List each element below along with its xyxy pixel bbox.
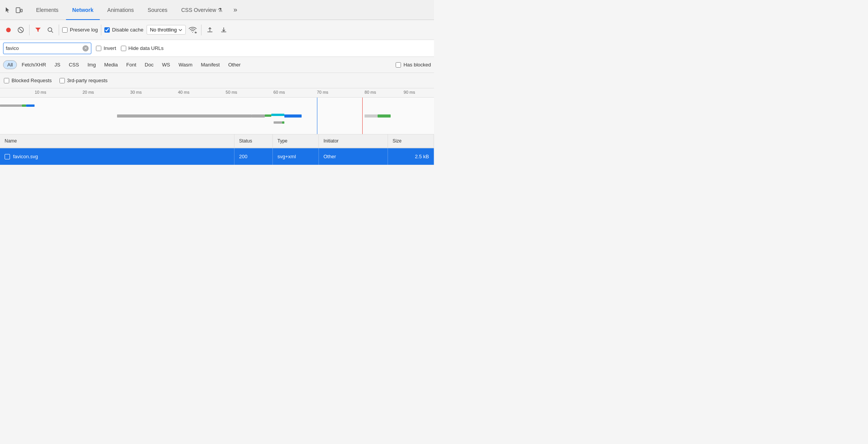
- divider-3: [101, 25, 101, 35]
- filter-ws[interactable]: WS: [158, 61, 174, 69]
- filter-manifest[interactable]: Manifest: [197, 61, 223, 69]
- hide-data-urls-checkbox[interactable]: [121, 46, 126, 51]
- invert-checkbox[interactable]: [96, 46, 101, 51]
- disable-cache-checkbox[interactable]: [104, 27, 110, 33]
- preserve-log-label[interactable]: Preserve log: [62, 27, 98, 33]
- timeline-bar-2: [22, 104, 26, 107]
- blocked-requests-checkbox[interactable]: [4, 78, 9, 83]
- filter-button[interactable]: [33, 25, 43, 35]
- network-conditions-icon[interactable]: [187, 25, 198, 35]
- divider-1: [29, 25, 30, 35]
- filter-css[interactable]: CSS: [65, 61, 83, 69]
- filter-other[interactable]: Other: [224, 61, 245, 69]
- tab-network[interactable]: Network: [66, 0, 99, 20]
- blocked-requests-label[interactable]: Blocked Requests: [4, 78, 52, 83]
- th-size[interactable]: Size: [388, 134, 434, 147]
- third-party-label[interactable]: 3rd-party requests: [59, 78, 108, 83]
- td-status: 200: [234, 148, 273, 165]
- tick-50ms: 50 ms: [226, 90, 237, 94]
- upload-button[interactable]: [205, 25, 215, 35]
- preserve-log-checkbox[interactable]: [62, 27, 68, 33]
- svg-line-6: [51, 31, 53, 33]
- th-type[interactable]: Type: [273, 134, 319, 147]
- timeline-bar-5: [252, 114, 265, 118]
- timeline-bar-1: [0, 104, 22, 107]
- timeline-bar-8: [284, 114, 302, 118]
- th-name[interactable]: Name: [0, 134, 234, 147]
- tab-bar: Elements Network Animations Sources CSS …: [0, 0, 434, 20]
- tick-60ms: 60 ms: [274, 90, 285, 94]
- td-size: 2.5 kB: [388, 148, 434, 165]
- timeline-ruler: 10 ms 20 ms 30 ms 40 ms 50 ms 60 ms 70 m…: [0, 88, 434, 98]
- search-button[interactable]: [45, 25, 56, 35]
- filter-img[interactable]: Img: [84, 61, 100, 69]
- tab-animations[interactable]: Animations: [101, 0, 140, 20]
- has-blocked-checkbox[interactable]: [396, 62, 401, 68]
- th-initiator[interactable]: Initiator: [319, 134, 388, 147]
- filter-fetch-xhr[interactable]: Fetch/XHR: [18, 61, 50, 69]
- filter-doc[interactable]: Doc: [141, 61, 157, 69]
- timeline-bar-7: [271, 114, 284, 116]
- search-input-wrap: ✕: [3, 43, 91, 54]
- tick-90ms: 90 ms: [404, 90, 415, 94]
- timeline-content: [0, 98, 434, 134]
- has-blocked-label[interactable]: Has blocked: [396, 62, 431, 68]
- tick-70ms: 70 ms: [317, 90, 328, 94]
- timeline-bar-4: [117, 114, 252, 118]
- chevron-down-icon: [178, 29, 182, 31]
- svg-rect-0: [16, 8, 20, 13]
- tick-30ms: 30 ms: [130, 90, 142, 94]
- clear-button[interactable]: [15, 25, 26, 35]
- timeline-bar-3: [26, 104, 35, 107]
- filter-media[interactable]: Media: [101, 61, 122, 69]
- filter-font[interactable]: Font: [122, 61, 140, 69]
- timeline-bar-9: [274, 121, 282, 124]
- record-button[interactable]: [3, 25, 14, 35]
- row-checkbox[interactable]: [5, 154, 10, 159]
- network-toolbar: Preserve log Disable cache No throttling: [0, 20, 434, 40]
- timeline-bar-6: [265, 114, 271, 117]
- tab-sources[interactable]: Sources: [142, 0, 173, 20]
- filter-js[interactable]: JS: [51, 61, 64, 69]
- table-header: Name Status Type Initiator Size: [0, 134, 434, 148]
- th-status[interactable]: Status: [234, 134, 273, 147]
- search-input[interactable]: [6, 45, 83, 51]
- tick-80ms: 80 ms: [365, 90, 376, 94]
- hide-data-urls-label[interactable]: Hide data URLs: [121, 45, 164, 51]
- download-button[interactable]: [218, 25, 229, 35]
- search-row: ✕ Invert Hide data URLs: [0, 40, 434, 57]
- divider-4: [201, 25, 201, 35]
- tick-20ms: 20 ms: [83, 90, 94, 94]
- device-toggle-icon[interactable]: [15, 5, 24, 15]
- throttling-selector[interactable]: No throttling: [147, 25, 186, 35]
- timeline-red-line: [362, 98, 363, 134]
- divider-2: [59, 25, 59, 35]
- cursor-icon[interactable]: [3, 5, 12, 15]
- import-export-controls: [205, 25, 229, 35]
- block-row: Blocked Requests 3rd-party requests: [0, 73, 434, 88]
- clear-search-button[interactable]: ✕: [83, 45, 89, 51]
- filter-all[interactable]: All: [3, 60, 17, 69]
- svg-point-2: [6, 28, 11, 32]
- filter-wasm[interactable]: Wasm: [175, 61, 196, 69]
- svg-line-4: [19, 28, 22, 31]
- table-row[interactable]: favicon.svg 200 svg+xml Other 2.5 kB: [0, 148, 434, 165]
- timeline-bar-12: [378, 114, 391, 118]
- tab-elements[interactable]: Elements: [30, 0, 64, 20]
- css-overview-icon: ⚗: [218, 7, 223, 13]
- invert-label[interactable]: Invert: [96, 45, 116, 51]
- disable-cache-label[interactable]: Disable cache: [104, 27, 144, 33]
- tick-40ms: 40 ms: [178, 90, 190, 94]
- tab-more-button[interactable]: »: [230, 0, 240, 20]
- td-initiator: Other: [319, 148, 388, 165]
- filter-type-row: All Fetch/XHR JS CSS Img Media Font Doc …: [0, 57, 434, 73]
- tab-css-overview[interactable]: CSS Overview ⚗: [175, 0, 229, 20]
- tick-10ms: 10 ms: [35, 90, 46, 94]
- timeline-bar-11: [365, 114, 378, 118]
- timeline-bar-10: [282, 121, 284, 124]
- svg-point-5: [48, 28, 52, 31]
- timeline-blue-line: [317, 98, 317, 134]
- third-party-checkbox[interactable]: [59, 78, 65, 83]
- devtools-icons: [3, 5, 24, 15]
- td-type: svg+xml: [273, 148, 319, 165]
